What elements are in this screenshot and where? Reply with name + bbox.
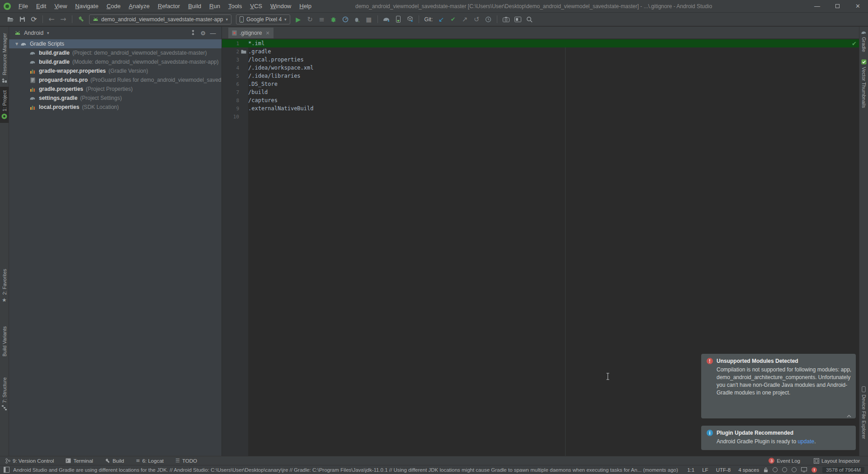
tool-tab-favorites[interactable]: 2: Favorites ★ [0,265,9,307]
gradle-icon [20,40,27,47]
close-tab-icon[interactable]: ✕ [265,30,269,36]
minimize-button[interactable]: — [807,0,827,12]
checkbox-icon [861,59,867,65]
tree-row-local-properties[interactable]: local.properties (SDK Location) [9,103,222,112]
tool-tab-build[interactable]: Build [105,458,124,464]
tree-row-gradle-scripts[interactable]: ▼ Gradle Scripts [9,39,222,48]
tree-row-gradle-properties[interactable]: gradle.properties (Project Properties) [9,84,222,94]
search-icon[interactable] [524,14,535,24]
tree-row-settings-gradle[interactable]: settings.gradle (Project Settings) [9,94,222,103]
screen-share-icon[interactable] [801,467,807,472]
save-icon[interactable] [17,14,28,24]
structure-label: 7: Structure [2,377,7,403]
menu-vcs[interactable]: VCS [246,2,266,10]
menu-navigate[interactable]: Navigate [71,2,102,10]
close-button[interactable]: ✕ [848,0,868,12]
forward-icon[interactable]: → [58,14,69,24]
terminal-label: Terminal [73,458,93,464]
back-icon[interactable]: ← [46,14,57,24]
project-view-select[interactable]: Android [24,30,43,36]
tool-tab-project[interactable]: 1: Project [0,87,9,123]
properties-file-icon [29,85,36,93]
error-indicator-icon[interactable]: ! [811,467,817,473]
line-ending-indicator[interactable]: LF [702,467,708,473]
tool-tab-version-control[interactable]: 9: Version Control [5,458,54,464]
encoding-indicator[interactable]: UTF-8 [716,467,731,473]
menu-file[interactable]: File [14,2,32,10]
readonly-lock-icon[interactable] [764,467,768,473]
debug-icon[interactable] [328,14,339,24]
hide-panel-icon[interactable]: — [208,30,218,37]
tree-row-build-gradle-project[interactable]: build.gradle (Project: demo_android_view… [9,48,222,57]
tree-row-detail: (SDK Location) [82,104,118,110]
profile-icon[interactable] [340,14,351,24]
gradle-sync-icon[interactable] [381,14,392,24]
build-hammer-icon[interactable] [75,14,86,24]
sdk-manager-icon[interactable] [405,14,415,24]
collapse-all-icon[interactable] [188,30,198,37]
run-icon[interactable]: ▶ [293,14,304,24]
logcat-icon: ≡ [136,458,140,464]
line-number: 3 [222,57,239,63]
menu-build[interactable]: Build [184,2,205,10]
avd-manager-icon[interactable] [393,14,404,24]
tree-row-label: build.gradle [39,50,70,56]
tool-tab-todo[interactable]: ☰ TODO [175,458,197,464]
tree-row-gradle-wrapper-properties[interactable]: gradle-wrapper.properties (Gradle Versio… [9,66,222,75]
update-link[interactable]: update [797,438,814,445]
tool-tab-logcat[interactable]: ≡ 6: Logcat [136,458,164,464]
git-history-icon[interactable] [483,14,494,24]
open-icon[interactable] [5,14,16,24]
menu-edit[interactable]: Edit [32,2,50,10]
daemon-status-icon[interactable] [782,467,787,472]
device-select[interactable]: Google Pixel 4 ▾ [236,14,290,24]
code-line: 10 [222,113,859,121]
line-text: *.iml [248,40,264,47]
run-configuration-value: demo_android_viewmodel_savedstate-master… [101,16,223,23]
git-commit-icon[interactable]: ✔ [448,14,458,24]
tool-tab-gradle[interactable]: Gradle [859,27,868,56]
tool-tab-structure[interactable]: 7: Structure [0,374,9,414]
menu-run[interactable]: Run [205,2,224,10]
apply-code-changes-icon: ≡ [316,14,327,24]
sync-icon[interactable]: ⟳ [28,14,39,24]
tool-tab-terminal[interactable]: Terminal [66,458,93,464]
tree-row-proguard-rules[interactable]: proguard-rules.pro (ProGuard Rules for d… [9,75,222,84]
menu-window[interactable]: Window [266,2,295,10]
daemon-status-icon[interactable] [792,467,797,472]
notification-plugin-update[interactable]: i Plugin Update Recommended Android Grad… [701,426,856,450]
tool-window-toggle-icon[interactable] [4,467,9,473]
menu-view[interactable]: View [50,2,71,10]
menu-analyze[interactable]: Analyze [125,2,154,10]
memory-indicator[interactable]: 3578 of 7964M [822,467,864,473]
expand-arrow-icon[interactable]: ▼ [14,42,20,46]
attach-debugger-icon[interactable] [352,14,363,24]
caret-position[interactable]: 1:1 [687,467,694,473]
menu-help[interactable]: Help [295,2,316,10]
maximize-button[interactable] [827,0,848,12]
screenshot-icon[interactable] [500,14,511,24]
tool-tab-layout-inspector[interactable]: Layout Inspector [814,458,860,464]
status-message[interactable]: Android Studio and Gradle are using diff… [13,467,679,473]
layout-validation-icon[interactable] [512,14,523,24]
tree-row-build-gradle-module[interactable]: build.gradle (Module: demo_android_viewm… [9,57,222,66]
menu-tools[interactable]: Tools [224,2,246,10]
tool-tab-vector-thumbnails[interactable]: Vector Thumbnails [859,56,868,112]
tool-tab-build-variants[interactable]: Build Variants [0,323,9,360]
gear-icon[interactable]: ⚙ [198,30,208,37]
line-text: .DS_Store [248,81,278,87]
git-update-icon[interactable]: ↙ [436,14,447,24]
tool-tab-event-log[interactable]: 3 Event Log [769,458,800,464]
tab-gitignore[interactable]: .gitignore ✕ [228,28,274,38]
inspection-ok-icon[interactable]: ✔ [852,40,857,47]
left-tool-stripe: Resource Manager 1: Project 2: Favorites… [0,27,9,456]
menu-code[interactable]: Code [103,2,125,10]
tool-tab-resource-manager[interactable]: Resource Manager [0,27,9,87]
menu-refactor[interactable]: Refactor [154,2,184,10]
collapse-notification-icon[interactable] [847,415,851,418]
tool-tab-device-explorer[interactable]: Device File Explorer [859,383,868,442]
notification-unsupported-modules[interactable]: ! Unsupported Modules Detected Compilati… [701,354,856,418]
indent-indicator[interactable]: 4 spaces [738,467,759,473]
daemon-status-icon[interactable] [773,467,778,472]
run-configuration-select[interactable]: demo_android_viewmodel_savedstate-master… [89,14,231,24]
